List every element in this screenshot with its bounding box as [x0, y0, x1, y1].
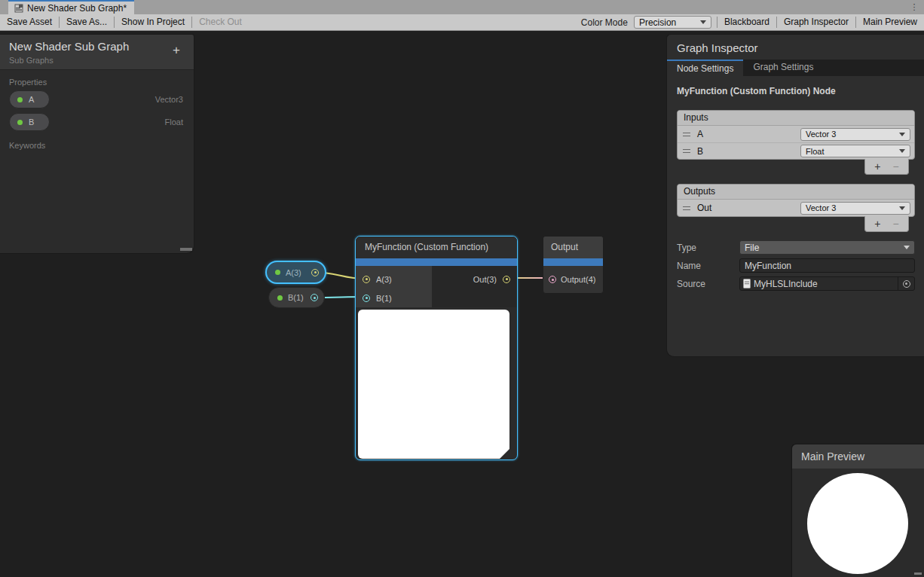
outputs-row-out-type-value: Vector 3 — [806, 203, 899, 212]
outputs-row-out-type-dropdown[interactable]: Vector 3 — [800, 202, 910, 215]
property-pill-a-label: A — [29, 95, 34, 104]
add-property-button[interactable]: + — [170, 44, 183, 57]
graph-inspector-panel: Graph Inspector Node Settings Graph Sett… — [666, 34, 924, 357]
remove-input-button[interactable]: − — [893, 160, 899, 172]
output-port-out[interactable] — [503, 276, 510, 283]
save-asset-button[interactable]: Save Asset — [0, 14, 59, 31]
color-mode-dropdown[interactable]: Precision — [634, 16, 711, 29]
tab-shader-sub-graph[interactable]: New Shader Sub Graph* — [8, 0, 134, 14]
property-a-type: Vector3 — [155, 95, 183, 104]
outputs-row-out[interactable]: Out Vector 3 — [678, 200, 914, 216]
window-menu-icon[interactable]: ⋮ — [909, 1, 919, 14]
exposed-dot-icon — [17, 97, 23, 102]
object-picker-button[interactable] — [898, 277, 914, 290]
inputs-row-b[interactable]: B Float — [678, 142, 914, 159]
selected-node-header: MyFunction (Custom Function) Node — [667, 76, 924, 96]
input-port-b-label: B(1) — [376, 294, 392, 303]
remove-output-button[interactable]: − — [893, 218, 899, 230]
main-preview-toggle-button[interactable]: Main Preview — [856, 14, 924, 31]
inputs-list: Inputs A Vector 3 B Float — [677, 110, 915, 160]
shader-graph-window: New Shader Sub Graph* ⋮ Save Asset Save … — [0, 0, 924, 577]
blackboard-panel: New Shader Sub Graph Sub Graphs + Proper… — [0, 34, 194, 254]
add-output-button[interactable]: + — [874, 218, 880, 230]
type-dropdown[interactable]: File — [739, 240, 915, 255]
source-value: MyHLSLInclude — [754, 279, 898, 289]
property-row-b: B Float — [0, 111, 194, 133]
outputs-list-header: Outputs — [678, 185, 914, 200]
main-preview-panel: Main Preview — [791, 444, 924, 577]
inputs-row-a-name: A — [697, 129, 800, 139]
tab-graph-settings[interactable]: Graph Settings — [743, 60, 823, 76]
exposed-dot-icon — [275, 270, 280, 275]
input-port-b[interactable] — [363, 295, 370, 302]
inputs-row-b-type-value: Float — [806, 147, 899, 156]
outputs-list: Outputs Out Vector 3 — [677, 184, 915, 217]
output-node[interactable]: Output Output(4) — [543, 236, 604, 294]
color-mode-value: Precision — [639, 17, 700, 28]
show-in-project-button[interactable]: Show In Project — [115, 14, 191, 31]
output-node-port-label: Output(4) — [561, 275, 595, 284]
inputs-row-a[interactable]: A Vector 3 — [678, 126, 914, 142]
graph-inspector-toggle-button[interactable]: Graph Inspector — [777, 14, 855, 31]
node-preview[interactable] — [358, 310, 509, 459]
save-as-button[interactable]: Save As... — [60, 14, 114, 31]
property-pill-b[interactable]: B — [9, 113, 50, 131]
node-accent-strip — [356, 258, 517, 266]
property-node-b[interactable]: B(1) — [268, 287, 325, 308]
outputs-list-footer: + − — [864, 216, 909, 232]
color-mode-label: Color Mode — [575, 17, 634, 28]
chevron-down-icon — [899, 133, 905, 136]
property-node-b-port[interactable] — [311, 294, 318, 301]
chevron-down-icon — [899, 149, 905, 153]
check-out-button[interactable]: Check Out — [192, 14, 249, 31]
main-preview-resize-handle[interactable] — [914, 572, 922, 575]
drag-handle-icon[interactable] — [683, 206, 690, 210]
tab-node-settings[interactable]: Node Settings — [667, 60, 743, 76]
property-b-type: Float — [165, 118, 183, 127]
property-node-a[interactable]: A(3) — [265, 261, 326, 284]
drag-handle-icon[interactable] — [683, 149, 690, 153]
preview-collapse-handle[interactable] — [500, 449, 509, 459]
type-value: File — [745, 243, 904, 253]
blackboard-toggle-button[interactable]: Blackboard — [717, 14, 776, 31]
property-pill-a[interactable]: A — [9, 90, 50, 108]
name-input[interactable] — [739, 258, 915, 273]
output-node-title: Output — [543, 237, 603, 258]
main-preview-header[interactable]: Main Preview — [792, 444, 924, 469]
property-node-b-label: B(1) — [288, 293, 305, 302]
inputs-row-a-type-dropdown[interactable]: Vector 3 — [800, 128, 910, 141]
custom-function-node-title: MyFunction (Custom Function) — [356, 237, 517, 258]
exposed-dot-icon — [277, 295, 283, 301]
blackboard-header[interactable]: New Shader Sub Graph Sub Graphs + — [0, 35, 194, 70]
output-port-out-label: Out(3) — [473, 275, 497, 284]
chevron-down-icon — [904, 246, 910, 249]
source-field: Source MyHLSLInclude — [677, 276, 915, 291]
inputs-row-b-name: B — [697, 146, 800, 157]
properties-section-label: Properties — [0, 70, 194, 88]
property-node-a-port[interactable] — [311, 269, 319, 276]
chevron-down-icon — [899, 206, 905, 210]
graph-inspector-title: Graph Inspector — [667, 35, 924, 60]
preview-sphere — [807, 473, 908, 574]
outputs-row-out-name: Out — [697, 203, 800, 213]
blackboard-subtitle: Sub Graphs — [9, 56, 185, 65]
inputs-row-b-type-dropdown[interactable]: Float — [800, 145, 910, 157]
inputs-row-a-type-value: Vector 3 — [806, 130, 899, 139]
source-object-field[interactable]: MyHLSLInclude — [739, 276, 915, 291]
object-picker-icon — [903, 280, 910, 288]
add-input-button[interactable]: + — [874, 160, 880, 172]
custom-function-node[interactable]: MyFunction (Custom Function) A(3) B(1) O… — [355, 236, 518, 460]
shader-graph-icon — [14, 4, 23, 13]
property-row-a: A Vector3 — [0, 88, 194, 111]
blackboard-resize-handle[interactable] — [180, 248, 192, 251]
source-label: Source — [677, 279, 739, 289]
file-icon — [743, 279, 751, 288]
blackboard-title: New Shader Sub Graph — [9, 40, 185, 53]
keywords-section-label: Keywords — [0, 133, 194, 151]
drag-handle-icon[interactable] — [683, 133, 690, 136]
type-label: Type — [677, 243, 739, 253]
output-node-port[interactable] — [549, 276, 556, 283]
input-port-a[interactable] — [363, 276, 370, 283]
property-node-a-label: A(3) — [286, 268, 306, 277]
inputs-list-footer: + − — [864, 159, 909, 175]
